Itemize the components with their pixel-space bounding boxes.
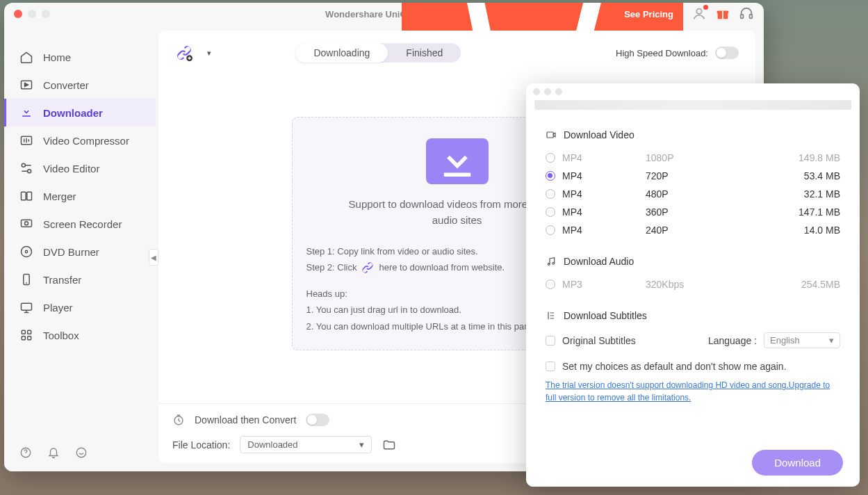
transfer-icon: [19, 273, 33, 286]
sidebar-item-editor[interactable]: Video Editor: [4, 154, 156, 182]
download-button[interactable]: Download: [752, 450, 843, 476]
quality: 320Kbps: [646, 279, 743, 290]
radio-button[interactable]: [546, 207, 555, 217]
open-folder-button[interactable]: [382, 438, 397, 452]
tabs: Downloading Finished: [295, 43, 461, 63]
original-subs-label: Original Subtitles: [562, 335, 636, 346]
file-location-label: File Location:: [172, 439, 230, 451]
video-option-row[interactable]: MP4 720P 53.4 MB: [546, 167, 840, 185]
sidebar-collapse-handle[interactable]: ◀: [149, 249, 158, 266]
set-default-checkbox[interactable]: [546, 362, 555, 371]
user-icon[interactable]: [691, 6, 707, 22]
svg-rect-20: [22, 330, 25, 334]
sidebar-item-home[interactable]: Home: [4, 43, 156, 71]
size: 147.1 MB: [743, 206, 840, 218]
sidebar-item-merger[interactable]: Merger: [4, 182, 156, 210]
quality: 720P: [646, 170, 743, 181]
radio-button[interactable]: [546, 225, 555, 235]
headset-icon[interactable]: [739, 6, 754, 22]
chevron-down-icon: ▾: [359, 439, 364, 450]
radio-button[interactable]: [546, 153, 555, 163]
default-label: Set my choices as default and don't show…: [562, 361, 787, 372]
size: 14.0 MB: [743, 225, 840, 236]
convert-label: Download then Convert: [195, 414, 296, 425]
link-icon: [361, 261, 375, 275]
video-section: Download Video MP4 1080P 149.8 MB MP4 72…: [526, 118, 860, 245]
size: 254.5MB: [743, 279, 840, 290]
video-option-row[interactable]: MP4 1080P 149.8 MB: [546, 149, 840, 167]
hsd-toggle[interactable]: [715, 47, 739, 59]
editor-icon: [19, 161, 33, 175]
audio-option-row[interactable]: MP3 320Kbps 254.5MB: [546, 275, 840, 293]
chevron-down-icon: ▾: [829, 335, 834, 346]
sidebar-item-converter[interactable]: Converter: [4, 71, 156, 99]
panel-maximize-button[interactable]: [555, 88, 562, 95]
video-section-head: Download Video: [546, 129, 840, 140]
audio-section: Download Audio MP3 320Kbps 254.5MB: [526, 245, 860, 299]
svg-point-30: [552, 262, 555, 264]
quality: 480P: [646, 188, 743, 200]
svg-point-17: [25, 250, 27, 252]
sidebar-item-dvd[interactable]: DVD Burner: [4, 238, 156, 266]
audio-section-head: Download Audio: [546, 256, 840, 267]
svg-point-2: [696, 9, 701, 14]
svg-rect-6: [741, 15, 744, 18]
svg-rect-21: [28, 330, 31, 334]
converter-icon: [19, 78, 33, 92]
svg-point-11: [28, 170, 31, 173]
add-link-icon[interactable]: [175, 44, 193, 62]
titlebar: Wondershare UniConverter See Pricing: [4, 3, 764, 25]
radio-button[interactable]: [546, 171, 555, 181]
gift-icon[interactable]: [715, 6, 730, 22]
format: MP4: [562, 188, 646, 200]
sidebar-item-downloader[interactable]: Downloader: [4, 99, 156, 127]
svg-rect-28: [547, 132, 553, 138]
compressor-icon: [19, 133, 33, 147]
svg-rect-12: [22, 192, 26, 200]
language-select[interactable]: English ▾: [764, 332, 840, 348]
sidebar-item-recorder[interactable]: Screen Recorder: [4, 210, 156, 238]
feedback-icon[interactable]: [75, 446, 88, 459]
recorder-icon: [19, 217, 33, 231]
size: 149.8 MB: [743, 152, 840, 163]
panel-close-button[interactable]: [533, 88, 540, 95]
svg-rect-22: [22, 336, 25, 340]
quality: 360P: [646, 206, 743, 218]
add-link-dropdown[interactable]: ▾: [207, 49, 211, 58]
topbar: ▾ Downloading Finished High Speed Downlo…: [158, 31, 755, 75]
sidebar-item-compressor[interactable]: Video Compressor: [4, 127, 156, 154]
player-icon: [19, 300, 33, 314]
video-icon: [546, 129, 557, 140]
video-option-row[interactable]: MP4 360P 147.1 MB: [546, 203, 840, 221]
upgrade-link[interactable]: The trial version doesn't support downlo…: [526, 376, 860, 407]
bell-icon[interactable]: [47, 446, 60, 459]
help-icon[interactable]: [19, 446, 32, 459]
radio-button[interactable]: [546, 279, 555, 289]
original-subs-checkbox[interactable]: [546, 336, 555, 346]
svg-point-25: [76, 448, 86, 457]
svg-point-29: [548, 263, 550, 266]
format: MP4: [562, 152, 646, 163]
svg-rect-7: [750, 15, 753, 18]
language-label: Language :: [708, 335, 757, 346]
convert-toggle[interactable]: [306, 414, 329, 426]
subtitles-section: Download Subtitles Original Subtitles La…: [526, 299, 860, 357]
file-location-select[interactable]: Downloaded ▾: [240, 436, 372, 453]
download-panel: Download Video MP4 1080P 149.8 MB MP4 72…: [526, 83, 860, 487]
tab-finished[interactable]: Finished: [388, 43, 461, 63]
format: MP4: [562, 225, 646, 236]
radio-button[interactable]: [546, 189, 555, 199]
panel-minimize-button[interactable]: [544, 88, 551, 95]
subtitles-icon: [546, 310, 557, 321]
sidebar-item-player[interactable]: Player: [4, 293, 156, 321]
svg-rect-19: [22, 303, 32, 310]
sidebar-item-toolbox[interactable]: Toolbox: [4, 321, 156, 349]
panel-thumbnail-strip: [534, 100, 851, 110]
panel-footer: Download: [526, 439, 860, 487]
merger-icon: [19, 189, 33, 203]
language-group: Language : English ▾: [708, 332, 840, 348]
sidebar-item-transfer[interactable]: Transfer: [4, 266, 156, 293]
video-option-row[interactable]: MP4 480P 32.1 MB: [546, 185, 840, 203]
tab-downloading[interactable]: Downloading: [295, 43, 388, 63]
video-option-row[interactable]: MP4 240P 14.0 MB: [546, 221, 840, 239]
